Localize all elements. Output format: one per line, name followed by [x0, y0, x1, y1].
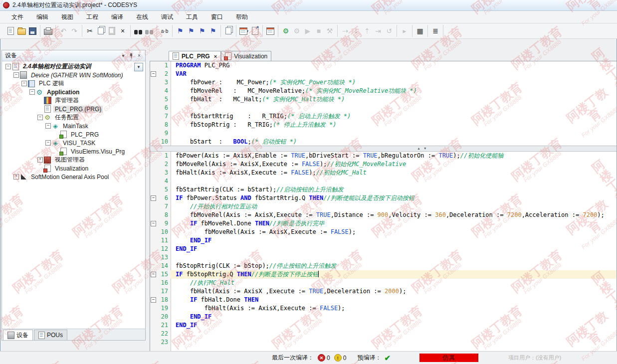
- bookmark-next-button[interactable]: ⚑: [186, 25, 197, 36]
- task-configuration-expander[interactable]: −: [37, 115, 43, 120]
- editor-tab-visualization[interactable]: Visualization: [221, 51, 271, 61]
- tree-item-maintask-plc-prg[interactable]: PLC_PRG: [2, 130, 145, 139]
- find-button[interactable]: [133, 25, 144, 36]
- tree-item-visualization-manager[interactable]: +视图管理器: [2, 156, 145, 164]
- copy-special-button[interactable]: [223, 25, 234, 36]
- declaration-editor[interactable]: 1PROGRAM PLC_PRG−2VAR3 fbPower : MC_Powe…: [150, 61, 617, 146]
- tree-item-library-manager[interactable]: 库管理器: [2, 96, 145, 105]
- implementation-line-15[interactable]: −15IF fbStopRtrig.Q THEN//判断是否按下停止按钮: [150, 270, 617, 279]
- new-project-button[interactable]: [5, 25, 16, 36]
- fold-marker-icon[interactable]: −: [151, 195, 156, 201]
- panel-pin-icon[interactable]: [127, 52, 135, 59]
- implementation-line-23[interactable]: 23: [150, 338, 617, 347]
- close-tab-icon[interactable]: ×: [214, 53, 217, 59]
- generate-code-button[interactable]: [249, 25, 260, 36]
- build-button[interactable]: ▾: [238, 25, 249, 36]
- copy-button[interactable]: [95, 25, 106, 36]
- declaration-line-5[interactable]: 5 fbHalt : MC_Halt;(* 实例化MC_Halt功能块 *): [150, 95, 617, 104]
- declaration-line-10[interactable]: 10 bStart : BOOL;(* 启动按钮 *): [150, 138, 617, 146]
- panel-tab-pous[interactable]: POUs: [34, 330, 67, 340]
- menu-item-help[interactable]: 帮助: [229, 11, 254, 23]
- start-button[interactable]: ▶: [302, 25, 313, 36]
- panel-menu-dropdown-icon[interactable]: ▾: [119, 52, 127, 59]
- print-button[interactable]: [42, 25, 53, 36]
- open-project-button[interactable]: [16, 25, 27, 36]
- tree-item-project-root[interactable]: −2.4单轴相对位置运动实训▼: [2, 62, 145, 71]
- fold-marker-icon[interactable]: −: [151, 71, 156, 77]
- fold-marker-icon[interactable]: −: [151, 221, 156, 226]
- implementation-line-20[interactable]: 20 END_IF: [150, 313, 617, 321]
- implementation-line-13[interactable]: 13: [150, 253, 617, 262]
- fold-marker-icon[interactable]: −: [151, 272, 156, 277]
- device-expander[interactable]: −: [13, 72, 19, 78]
- implementation-editor[interactable]: 1fbPower(Axis := AxisX,Enable := TRUE,bD…: [150, 152, 617, 351]
- implementation-line-18[interactable]: −18 IF fbHalt.Done THEN: [150, 296, 617, 304]
- implementation-line-8[interactable]: 8 fbMoveRel(Axis := AxisX,Execute := TRU…: [150, 211, 617, 219]
- implementation-line-17[interactable]: 17 fbHalt(Axis := AxisX ,Execute := TRUE…: [150, 287, 617, 296]
- tree-item-application[interactable]: −⚙Application: [2, 88, 145, 96]
- implementation-line-7[interactable]: 7 //开始执行相对位置运动: [150, 202, 617, 211]
- editor-tab-plc-prg[interactable]: PLC_PRG×: [169, 51, 221, 61]
- tree-item-plc-logic[interactable]: −PLC 逻辑: [2, 79, 145, 88]
- cut-button[interactable]: ✂: [84, 25, 95, 36]
- tree-item-task-configuration[interactable]: −⚙任务配置: [2, 113, 145, 122]
- login-button[interactable]: ⚙: [280, 25, 291, 36]
- splitter-grip-icon[interactable]: ▲ ▼: [417, 146, 428, 151]
- visu-task-expander[interactable]: −: [45, 140, 51, 146]
- declaration-line-2[interactable]: −2VAR: [150, 70, 617, 78]
- menu-item-edit[interactable]: 编辑: [30, 11, 55, 23]
- visualization-toolbox-button[interactable]: ▦: [414, 25, 425, 36]
- tree-item-visuelems-visu-prg[interactable]: VisuElems.Visu_Prg: [2, 147, 145, 156]
- fold-marker-icon[interactable]: −: [151, 297, 156, 303]
- implementation-line-11[interactable]: 11 END_IF: [150, 236, 617, 245]
- menu-item-view[interactable]: 视图: [55, 11, 80, 23]
- tree-item-maintask[interactable]: −◈MainTask: [2, 122, 145, 130]
- implementation-line-9[interactable]: −9 IF fbMoveRel.Done THEN//判断是否执行完毕: [150, 219, 617, 228]
- watch-list-button[interactable]: ≣: [430, 25, 441, 36]
- application-expander[interactable]: −: [29, 89, 35, 95]
- panel-tab-devices[interactable]: 设备: [3, 330, 33, 340]
- tree-item-visu-task[interactable]: −◈VISU_TASK: [2, 139, 145, 147]
- save-project-button[interactable]: [27, 25, 38, 36]
- tree-item-visualization[interactable]: Visualization: [2, 164, 145, 173]
- implementation-line-6[interactable]: −6IF fbPower.Status AND fbStartRtrig.Q T…: [150, 194, 617, 202]
- find-replace-text-button[interactable]: a·b: [159, 25, 170, 36]
- bookmark-previous-button[interactable]: ⚑: [197, 25, 207, 36]
- plc-logic-expander[interactable]: −: [21, 81, 27, 86]
- build-all-button[interactable]: [265, 25, 276, 36]
- bookmark-clear-button[interactable]: ⚑: [207, 25, 218, 36]
- declaration-line-8[interactable]: 8 fbStopRtrig : R_TRIG;(* 停止上升沿触发 *): [150, 121, 617, 129]
- implementation-line-2[interactable]: 2fbMoveRel(Axis := AxisX,Execute := FALS…: [150, 160, 617, 169]
- menu-item-online[interactable]: 在线: [130, 11, 155, 23]
- step-over-button[interactable]: ⇢: [340, 25, 351, 36]
- menu-item-file[interactable]: 文件: [5, 11, 30, 23]
- editor-splitter[interactable]: ▲ ▼: [150, 146, 617, 152]
- tree-item-plc-prg-pou[interactable]: PLC_PRG (PRG): [2, 105, 145, 113]
- declaration-line-9[interactable]: 9: [150, 129, 617, 138]
- menu-item-window[interactable]: 窗口: [205, 11, 229, 23]
- redo-button[interactable]: ↷: [69, 25, 80, 36]
- delete-button[interactable]: ×: [117, 25, 128, 36]
- implementation-line-5[interactable]: 5fbStartRtrig(CLK := bStart);//启动按钮的上升沿触…: [150, 185, 617, 194]
- implementation-line-19[interactable]: 19 fbHalt(Axis := AxisX,Execute := FALSE…: [150, 304, 617, 313]
- tree-item-softmotion-axis-pool[interactable]: +SoftMotion General Axis Pool: [2, 173, 145, 181]
- logout-button[interactable]: ⚙: [291, 25, 302, 36]
- step-into-button[interactable]: ⇣: [351, 25, 362, 36]
- implementation-line-10[interactable]: 10 fbMoveRel(Axis := AxisX,Execute := FA…: [150, 228, 617, 236]
- declaration-line-7[interactable]: 7 fbStartRtrig : R_TRIG;(* 启动上升沿触发 *): [150, 112, 617, 121]
- menu-item-tools[interactable]: 工具: [180, 11, 205, 23]
- implementation-line-21[interactable]: 21END_IF: [150, 321, 617, 330]
- declaration-line-4[interactable]: 4 fbMoveRel : MC_MoveRelative;(* 实例化MC_M…: [150, 87, 617, 95]
- project-root-expander[interactable]: −: [5, 64, 11, 69]
- menu-item-build[interactable]: 编译: [105, 11, 130, 23]
- step-out-button[interactable]: ⇡: [362, 25, 373, 36]
- menu-item-debug[interactable]: 调试: [155, 11, 180, 23]
- tree-item-device[interactable]: −Device (GATHER WIN SoftMotion): [2, 71, 145, 79]
- implementation-line-22[interactable]: 22: [150, 330, 617, 338]
- implementation-line-16[interactable]: 16 //执行MC_Halt: [150, 279, 617, 287]
- device-combo-dropdown[interactable]: ▼: [134, 63, 143, 71]
- reset-button[interactable]: ↺: [384, 25, 395, 36]
- declaration-line-3[interactable]: 3 fbPower : MC_Power;(* 实例化MC_Power功能块 *…: [150, 78, 617, 87]
- implementation-line-14[interactable]: 14fbStopRtrig(CLK := bStop);//停止按钮的上升沿触发: [150, 262, 617, 270]
- bookmark-toggle-button[interactable]: ⚑: [175, 25, 186, 36]
